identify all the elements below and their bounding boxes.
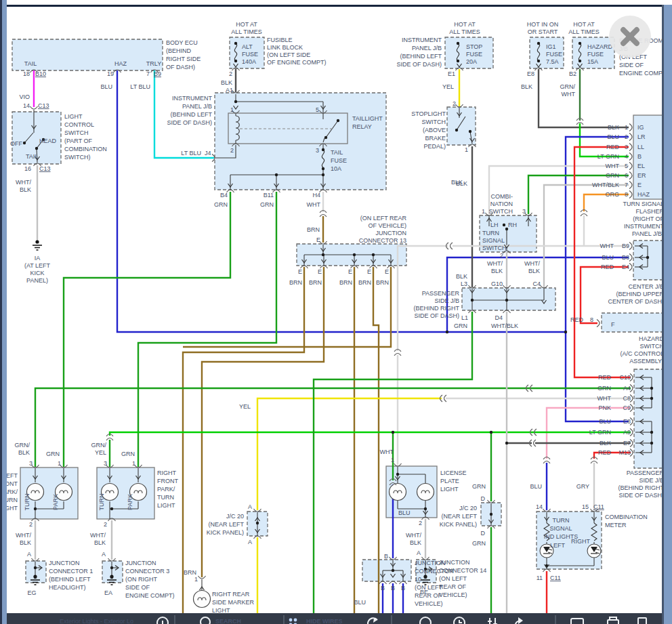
svg-text:CONNECTOR: CONNECTOR: [415, 568, 454, 575]
svg-text:LEFT: LEFT: [3, 472, 18, 479]
svg-text:BLU: BLU: [602, 254, 614, 261]
svg-text:LEFT: LEFT: [550, 542, 566, 549]
svg-text:(ON LEFT: (ON LEFT: [415, 584, 443, 591]
svg-text:WHT/: WHT/: [524, 260, 540, 267]
svg-text:COMBINATION: COMBINATION: [605, 514, 648, 520]
svg-text:LIGHT: LIGHT: [157, 502, 175, 509]
svg-text:BRN: BRN: [339, 279, 352, 286]
svg-text:RIGHT: RIGHT: [571, 538, 591, 545]
svg-text:GRN: GRN: [121, 451, 135, 457]
svg-text:LT GRN: LT GRN: [597, 153, 619, 160]
svg-text:PNK: PNK: [598, 404, 611, 411]
svg-text:RED: RED: [598, 449, 612, 456]
svg-text:2: 2: [625, 133, 628, 140]
svg-text:BLK: BLK: [20, 186, 31, 193]
svg-text:1: 1: [482, 208, 485, 215]
svg-text:YEL: YEL: [442, 83, 454, 90]
close-icon[interactable]: [609, 16, 651, 58]
svg-text:BLU: BLU: [530, 483, 542, 490]
svg-text:RED: RED: [598, 374, 612, 381]
hide-wires-button[interactable]: [284, 613, 358, 624]
svg-text:B: B: [391, 585, 395, 591]
svg-text:BLU: BLU: [398, 509, 411, 516]
svg-text:140A: 140A: [242, 58, 256, 65]
svg-text:CONNECTOR 3: CONNECTOR 3: [125, 568, 169, 575]
svg-text:PANEL J/B): PANEL J/B): [632, 230, 664, 237]
svg-text:E: E: [385, 268, 389, 275]
svg-text:A: A: [248, 539, 252, 545]
svg-text:OF VEHICLE): OF VEHICLE): [368, 222, 406, 229]
svg-text:KICK PANEL): KICK PANEL): [207, 529, 244, 536]
svg-text:WHT/: WHT/: [16, 532, 31, 539]
svg-text:16: 16: [24, 165, 31, 172]
svg-text:SWITCH: SWITCH: [489, 208, 513, 215]
svg-text:NATION: NATION: [490, 201, 513, 207]
undo-button[interactable]: [361, 613, 392, 624]
svg-text:B8: B8: [622, 254, 629, 261]
svg-text:BLK: BLK: [528, 268, 540, 274]
diagram-title-button[interactable]: [8, 613, 175, 624]
svg-text:2: 2: [500, 252, 503, 259]
svg-text:KICK: KICK: [30, 270, 44, 276]
svg-text:BODY ECU: BODY ECU: [166, 39, 198, 46]
svg-text:E: E: [348, 268, 352, 275]
svg-text:ENGINE COMPT): ENGINE COMPT): [125, 592, 175, 599]
svg-text:BRN: BRN: [309, 279, 322, 286]
svg-text:(PART OF: (PART OF: [64, 138, 93, 144]
svg-text:(BEHIND UPPER: (BEHIND UPPER: [616, 291, 664, 297]
svg-text:7.5A: 7.5A: [546, 58, 559, 65]
svg-text:EG: EG: [27, 589, 36, 596]
output-icons-group[interactable]: [555, 613, 672, 624]
svg-text:LH: LH: [490, 222, 499, 228]
svg-text:REAR OF: REAR OF: [439, 583, 467, 590]
svg-text:(AT LEFT: (AT LEFT: [24, 262, 51, 269]
svg-text:BLK: BLK: [491, 268, 503, 274]
svg-text:REAR OF: REAR OF: [415, 592, 442, 599]
svg-text:SIDE J/B: SIDE J/B: [639, 477, 664, 484]
svg-text:PASSENGER: PASSENGER: [627, 470, 665, 476]
svg-text:B: B: [381, 585, 385, 591]
svg-text:RIGHT REAR: RIGHT REAR: [212, 591, 250, 598]
svg-text:B: B: [384, 553, 388, 560]
svg-text:BLK: BLK: [521, 83, 532, 90]
svg-text:3: 3: [625, 144, 628, 150]
svg-text:KICK PANEL): KICK PANEL): [440, 521, 477, 528]
svg-text:FUSE: FUSE: [331, 157, 347, 164]
svg-text:E1: E1: [448, 70, 455, 77]
svg-text:1: 1: [58, 460, 61, 467]
svg-text:FUSE: FUSE: [242, 51, 258, 58]
svg-text:2: 2: [230, 147, 234, 154]
svg-text:B10: B10: [35, 70, 46, 77]
svg-text:20A: 20A: [466, 58, 477, 65]
svg-text:WHT/: WHT/: [16, 179, 31, 186]
svg-text:C13: C13: [39, 165, 51, 172]
svg-text:BRN: BRN: [376, 279, 389, 286]
svg-text:FUSE: FUSE: [546, 51, 562, 58]
svg-text:A: A: [27, 551, 31, 558]
svg-text:HOT AT: HOT AT: [573, 21, 595, 28]
svg-text:LIGHT: LIGHT: [64, 113, 83, 120]
svg-text:FUSE: FUSE: [466, 51, 482, 58]
svg-text:1: 1: [194, 576, 198, 583]
svg-text:PEDAL): PEDAL): [423, 143, 446, 150]
svg-text:HOT AT: HOT AT: [236, 21, 257, 28]
svg-text:CENTER OF DASH): CENTER OF DASH): [608, 298, 664, 305]
svg-text:J4: J4: [205, 150, 211, 157]
tool-icons-group[interactable]: [392, 613, 555, 624]
svg-text:YEL: YEL: [239, 403, 251, 410]
search-button[interactable]: [175, 613, 284, 624]
svg-text:GRY: GRY: [576, 483, 589, 490]
svg-text:CENTER J/B: CENTER J/B: [628, 283, 664, 290]
svg-text:ER: ER: [637, 172, 646, 179]
svg-text:HAZ: HAZ: [114, 60, 127, 67]
svg-text:SIDE OF: SIDE OF: [125, 584, 150, 591]
svg-text:BLU: BLU: [607, 133, 619, 140]
svg-text:LIGHT: LIGHT: [440, 486, 459, 493]
svg-text:(NEAR LEFT: (NEAR LEFT: [208, 521, 244, 528]
svg-text:GRN: GRN: [472, 540, 486, 547]
svg-text:E: E: [316, 236, 320, 243]
svg-text:BLK: BLK: [456, 273, 467, 280]
svg-text:B11: B11: [264, 192, 274, 199]
svg-text:G10: G10: [491, 280, 503, 287]
svg-text:A: A: [417, 549, 421, 556]
